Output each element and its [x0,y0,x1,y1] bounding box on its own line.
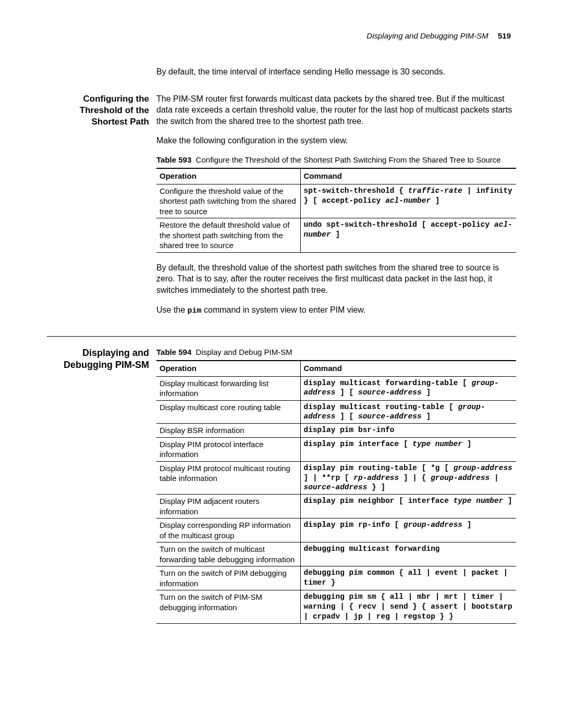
section1-paragraph-1: The PIM-SM router first forwards multica… [156,93,516,127]
table-cell-command: display pim interface [ type number ] [300,437,516,461]
table-cell-operation: Display multicast core routing table [156,400,300,424]
running-title: Displaying and Debugging PIM-SM [366,31,488,40]
inline-command-pim: pim [188,306,202,315]
page-number: 519 [498,31,511,40]
table-cell-command: spt-switch-threshold { traffic-rate | in… [300,184,516,218]
table-594: Operation Command Display multicast forw… [156,360,516,624]
table-row: Turn on the switch of PIM debugging info… [156,566,516,590]
table-row: Turn on the switch of multicast forwardi… [156,542,516,566]
table-cell-operation: Turn on the switch of multicast forwardi… [156,542,300,566]
table-cell-command: display pim neighbor [ interface type nu… [300,495,516,519]
table-cell-operation: Display corresponding RP information of … [156,519,300,542]
table-cell-command: debugging pim sm { all | mbr | mrt | tim… [300,590,516,624]
table-594-caption: Table 594 Display and Debug PIM-SM [156,347,516,357]
table-cell-command: display pim bsr-info [300,424,516,438]
table-row: Restore the default threshold value of t… [156,218,516,253]
table-594-header-operation: Operation [156,361,300,376]
table-cell-operation: Display PIM protocol interface informati… [156,437,300,461]
table-cell-operation: Display BSR information [156,424,300,438]
section-heading-threshold: Configuring the Threshold of the Shortes… [47,93,156,325]
table-cell-command: display multicast routing-table [ group-… [300,400,516,424]
section1-paragraph-3: By default, the threshold value of the s… [156,262,516,296]
table-cell-command: display pim rp-info [ group-address ] [300,519,516,542]
table-cell-command: display pim routing-table [ *g [ group-a… [300,461,516,495]
table-cell-operation: Turn on the switch of PIM debugging info… [156,566,300,590]
running-head: Displaying and Debugging PIM-SM 519 [47,31,516,40]
table-row: Display multicast forwarding list inform… [156,376,516,400]
section1-paragraph-4: Use the pim command in system view to en… [156,304,516,316]
table-cell-operation: Display multicast forwarding list inform… [156,376,300,400]
table-cell-operation: Configure the threshold value of the sho… [156,184,300,218]
table-cell-command: display multicast forwarding-table [ gro… [300,376,516,400]
table-cell-operation: Display PIM adjacent routers information [156,495,300,519]
table-cell-command: debugging multicast forwarding [300,542,516,566]
table-row: Display PIM protocol multicast routing t… [156,461,516,495]
table-593-header-operation: Operation [156,168,300,184]
table-cell-operation: Restore the default threshold value of t… [156,218,300,253]
table-593-caption: Table 593 Configure the Threshold of the… [156,155,516,165]
table-row: Configure the threshold value of the sho… [156,184,516,218]
table-row: Display multicast core routing table dis… [156,400,516,424]
table-row: Display BSR information display pim bsr-… [156,424,516,438]
table-cell-operation: Turn on the switch of PIM-SM debugging i… [156,590,300,624]
table-row: Display PIM adjacent routers information… [156,495,516,519]
table-cell-command: undo spt-switch-threshold [ accept-polic… [300,218,516,253]
section1-paragraph-2: Make the following configuration in the … [156,135,516,146]
table-593-header-command: Command [300,168,516,184]
section-heading-display-debug: Displaying and Debugging PIM-SM [47,347,156,633]
table-cell-command: debugging pim common { all | event | pac… [300,566,516,590]
table-row: Display PIM protocol interface informati… [156,437,516,461]
table-594-header-command: Command [300,361,516,376]
table-header-row: Operation Command [156,168,516,184]
table-header-row: Operation Command [156,361,516,376]
table-row: Display corresponding RP information of … [156,519,516,542]
table-row: Turn on the switch of PIM-SM debugging i… [156,590,516,624]
table-cell-operation: Display PIM protocol multicast routing t… [156,461,300,495]
section-divider [47,336,516,337]
page: Displaying and Debugging PIM-SM 519 By d… [0,0,563,693]
intro-paragraph: By default, the time interval of interfa… [156,66,516,78]
table-593: Operation Command Configure the threshol… [156,168,516,252]
